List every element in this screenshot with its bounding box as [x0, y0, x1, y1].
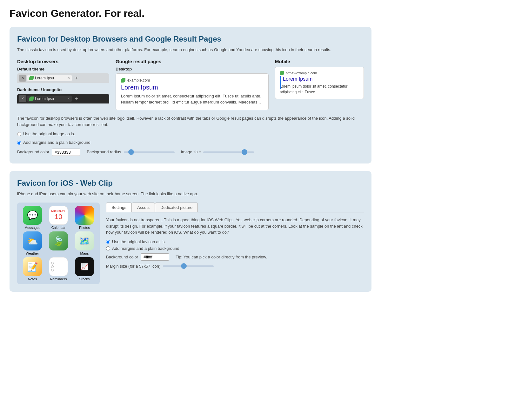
option1-row: Use the original image as is. — [17, 131, 364, 137]
tab-x-dark[interactable]: ✕ — [67, 97, 70, 100]
mobile-bar — [280, 76, 281, 89]
contrast-note: The favicon for desktop browsers is ofte… — [17, 115, 364, 129]
photos-label: Photos — [79, 226, 90, 230]
ios-option2-label[interactable]: Add margins and a plain background. — [112, 246, 180, 251]
google-snippet: Lorem ipsum dolor sit amet, consectetur … — [121, 93, 263, 105]
ios-margin-row: Margin size (for a 57x57 icon) — [106, 264, 364, 269]
ios-option1-label[interactable]: Use the original favicon as is. — [112, 239, 166, 244]
google-favicon — [121, 78, 125, 83]
ios-settings-text: Your favicon is not transparent. This is… — [106, 217, 364, 236]
dark-tab-title: Lorem Ipsu — [35, 97, 54, 101]
desktop-option1-label[interactable]: Use the original image as is. — [23, 131, 75, 137]
ios-option1-radio[interactable] — [106, 240, 110, 244]
bg-color-label: Background color — [17, 149, 49, 156]
image-size-group: Image size — [181, 149, 254, 156]
ios-app-maps: 🗺️ Maps — [72, 231, 97, 255]
google-result-col: Google result pages Desktop example.com … — [116, 59, 269, 110]
ios-margin-label: Margin size (for a 57x57 icon) — [106, 264, 160, 269]
mobile-snippet: Lorem ipsum dolor sit amet, consectetur … — [280, 83, 359, 95]
desktop-option1-radio[interactable] — [17, 132, 21, 136]
desktop-section-desc: The classic favicon is used by desktop b… — [17, 47, 364, 53]
stocks-label: Stocks — [79, 277, 90, 281]
notes-label: Notes — [28, 277, 37, 281]
desktop-options: The favicon for desktop browsers is ofte… — [17, 115, 364, 156]
ios-app-weather: ⛅ Weather — [20, 231, 44, 255]
google-desktop-result: example.com Lorem Ipsum Lorem ipsum dolo… — [116, 73, 269, 110]
default-theme-label: Default theme — [17, 67, 109, 71]
browsers-heading: Desktop browsers — [17, 59, 109, 64]
maps-label: Maps — [80, 251, 89, 255]
desktop-google-label: Desktop — [116, 67, 269, 71]
ios-preview: 💬 Messages Monday 10 Calendar Photos — [17, 203, 100, 284]
calendar-icon: Monday 10 — [49, 206, 68, 225]
bg-radius-slider[interactable] — [124, 151, 175, 153]
desktop-option2-label[interactable]: Add margins and a plain background. — [23, 139, 91, 146]
desktop-browsers-col: Desktop browsers Default theme ✕ Lorem I… — [17, 59, 109, 110]
ios-tip-text: Tip: You can pick a color directly from … — [176, 255, 267, 259]
reminders-label: Reminders — [50, 277, 67, 281]
tab-plus-dark[interactable]: + — [73, 95, 80, 102]
default-tab-bar: ✕ Lorem Ipsu ✕ + — [17, 73, 109, 83]
desktop-preview-grid: Desktop browsers Default theme ✕ Lorem I… — [17, 59, 364, 110]
default-tab-title: Lorem Ipsu — [35, 76, 54, 80]
ios-bg-color-label: Background color — [106, 255, 138, 259]
calendar-label: Calendar — [51, 226, 66, 230]
tab-dedicated-picture[interactable]: Dedicated picture — [155, 203, 198, 212]
tab-settings[interactable]: Settings — [106, 203, 132, 212]
ios-app-leaf: 🍃 — [46, 231, 70, 255]
ios-settings-panel: Settings Assets Dedicated picture Your f… — [106, 203, 364, 284]
google-mobile-col: Mobile https://example.com Lorem Ipsum L… — [275, 59, 364, 110]
messages-label: Messages — [24, 226, 40, 230]
ios-tab-bar: Settings Assets Dedicated picture — [106, 203, 364, 212]
leaf-icon: 🍃 — [49, 231, 68, 250]
ios-app-photos: Photos — [72, 206, 97, 230]
ios-margin-slider[interactable] — [163, 265, 214, 267]
ios-option1-row: Use the original favicon as is. — [106, 239, 364, 244]
mobile-title-wrap: Lorem Ipsum — [280, 76, 359, 82]
tab-close-btn-dark[interactable]: ✕ — [19, 95, 26, 102]
ios-grid: 💬 Messages Monday 10 Calendar Photos — [17, 203, 364, 284]
ios-app-reminders: Reminders — [46, 257, 70, 281]
mobile-google-label: Mobile — [275, 59, 364, 64]
tab-close-btn-default[interactable]: ✕ — [19, 75, 26, 82]
google-title: Lorem Ipsum — [121, 84, 263, 91]
tab-x-default[interactable]: ✕ — [67, 76, 70, 80]
desktop-option2-radio[interactable] — [17, 141, 21, 145]
ios-section-desc: iPhone and iPad users can pin your web s… — [17, 191, 364, 197]
ios-bg-color-input[interactable] — [141, 253, 169, 261]
google-url: example.com — [121, 78, 263, 83]
bg-color-input[interactable] — [52, 149, 80, 156]
ios-controls-row: Background color Tip: You can pick a col… — [106, 253, 364, 261]
desktop-section: Favicon for Desktop Browsers and Google … — [10, 27, 371, 163]
ios-app-stocks: 📈 Stocks — [72, 257, 97, 281]
ios-option2-row: Add margins and a plain background. — [106, 246, 364, 251]
google-mobile-result: https://example.com Lorem Ipsum Lorem ip… — [275, 67, 364, 99]
ios-section: Favicon for iOS - Web Clip iPhone and iP… — [10, 171, 371, 292]
ios-app-calendar: Monday 10 Calendar — [46, 206, 70, 230]
ios-section-title: Favicon for iOS - Web Clip — [17, 179, 364, 188]
weather-label: Weather — [26, 251, 39, 255]
maps-icon: 🗺️ — [75, 231, 94, 250]
image-size-slider[interactable] — [203, 151, 254, 153]
photos-icon — [75, 206, 94, 225]
bg-radius-group: Background radius — [87, 149, 174, 156]
mobile-favicon — [280, 71, 284, 75]
ios-margin-group: Margin size (for a 57x57 icon) — [106, 264, 214, 269]
page-title: Favicon Generator. For real. — [10, 8, 371, 19]
dark-tab-bar: ✕ Lorem Ipsu ✕ + — [17, 94, 109, 103]
ios-settings-content: Your favicon is not transparent. This is… — [106, 217, 364, 269]
ios-option2-radio[interactable] — [106, 246, 110, 250]
messages-icon: 💬 — [23, 206, 42, 225]
desktop-section-title: Favicon for Desktop Browsers and Google … — [17, 35, 364, 43]
favicon-leaf-default — [29, 76, 34, 80]
desktop-controls-row: Background color Background radius Image… — [17, 149, 364, 156]
bg-color-group: Background color — [17, 149, 80, 156]
weather-icon: ⛅ — [23, 231, 42, 250]
dark-theme-label: Dark theme / Incognito — [17, 87, 109, 92]
notes-icon: 📝 — [23, 257, 42, 276]
mobile-title: Lorem Ipsum — [283, 76, 359, 82]
tab-plus-default[interactable]: + — [73, 75, 80, 82]
tab-assets[interactable]: Assets — [132, 203, 155, 212]
dark-tab-item: Lorem Ipsu ✕ — [27, 96, 72, 102]
reminders-icon — [49, 257, 68, 276]
